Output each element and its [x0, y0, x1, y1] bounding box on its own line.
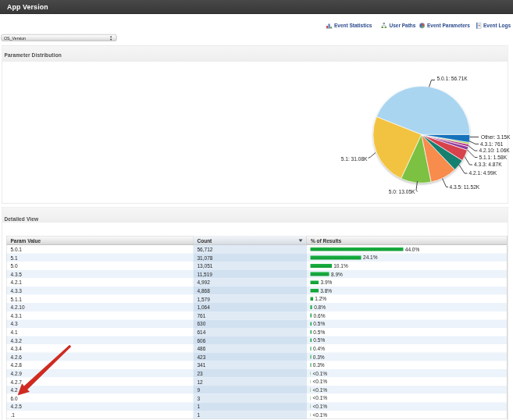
svg-text:Other: 3.15K: Other: 3.15K [481, 134, 511, 140]
svg-text:5.1: 31.08K: 5.1: 31.08K [341, 156, 368, 162]
svg-text:4.2.1: 4.99K: 4.2.1: 4.99K [469, 170, 497, 176]
svg-text:5.0: 13.05K: 5.0: 13.05K [389, 189, 415, 194]
svg-text:4.2.10: 1.06K: 4.2.10: 1.06K [479, 148, 511, 153]
svg-text:4.3.1: 761: 4.3.1: 761 [480, 141, 504, 147]
svg-text:4.3.5: 11.52K: 4.3.5: 11.52K [450, 184, 480, 190]
svg-text:4.3.3: 4.87K: 4.3.3: 4.87K [474, 162, 502, 167]
svg-text:5.1.1: 1.58K: 5.1.1: 1.58K [479, 155, 508, 160]
svg-text:5.0.1: 56.71K: 5.0.1: 56.71K [437, 76, 468, 81]
